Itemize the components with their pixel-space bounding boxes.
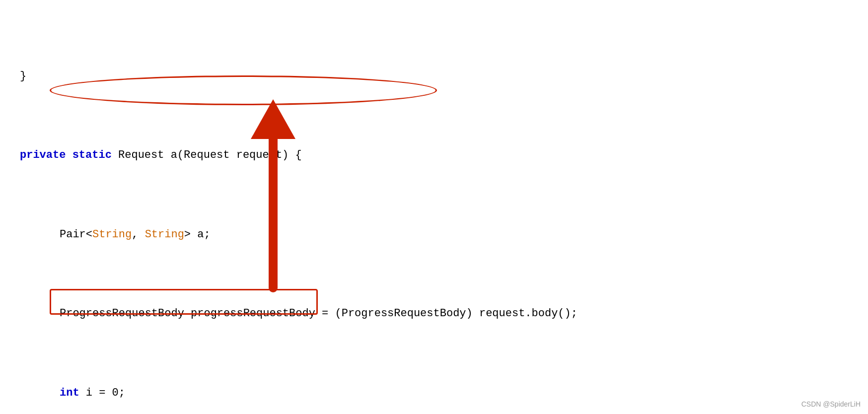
- watermark: CSDN @SpiderLiH: [801, 399, 861, 409]
- line-int-i: int i = 0;: [20, 385, 858, 401]
- line-private-static: private static Request a(Request request…: [20, 147, 858, 163]
- line-close-brace-top: }: [20, 69, 858, 84]
- code-container: } private static Request a(Request reque…: [0, 0, 868, 414]
- line-progress-request-body: ProgressRequestBody progressRequestBody …: [20, 306, 858, 322]
- line-pair-string: Pair<String, String> a;: [20, 227, 858, 243]
